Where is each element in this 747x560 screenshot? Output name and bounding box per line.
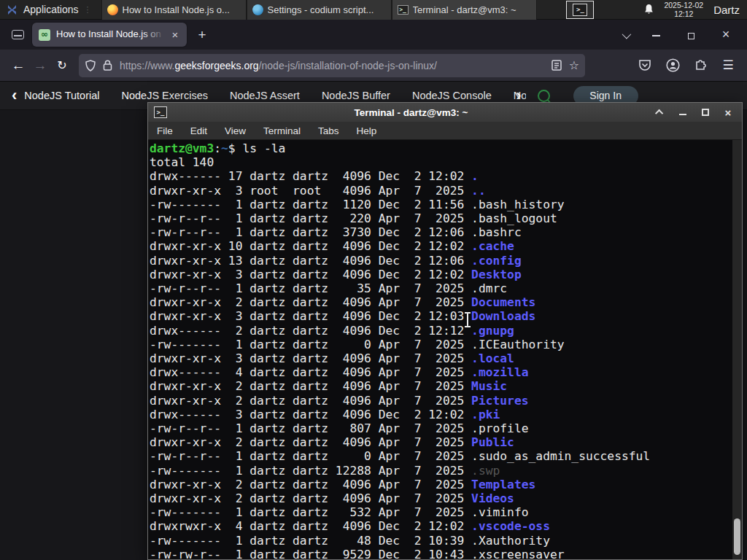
reader-view-icon[interactable]	[551, 60, 562, 71]
terminal-menu-view[interactable]: View	[216, 123, 255, 139]
site-nav-link[interactable]: NodeJS Tutorial	[24, 90, 99, 101]
panel-window-buttons: How to Install Node.js o...Settings - co…	[101, 0, 537, 20]
terminal-listing: drwx------ 17 dartz dartz 4096 Dec 2 12:…	[150, 169, 742, 559]
account-icon[interactable]	[664, 57, 681, 74]
terminal-title: Terminal - dartz@vm3: ~	[167, 107, 655, 118]
terminal-listing-row: drwxr-xr-x 3 dartz dartz 4096 Dec 2 12:0…	[150, 268, 742, 281]
terminal-listing-row: drwxr-xr-x 2 dartz dartz 4096 Apr 7 2025…	[150, 379, 742, 393]
new-tab-button[interactable]: +	[193, 26, 212, 44]
terminal-listing-row: drwxr-xr-x 2 dartz dartz 4096 Apr 7 2025…	[150, 478, 742, 491]
terminal-icon: >_	[573, 4, 587, 16]
firefox-view-icon	[12, 30, 24, 39]
xubuntu-logo-icon	[6, 4, 18, 16]
terminal-total-line: total 140	[150, 155, 742, 169]
tab-how-to-install-nodejs[interactable]: ∞ How to Install Node.js on ×	[32, 23, 187, 47]
vscodium-icon	[252, 4, 263, 15]
terminal-listing-row: drwxr-xr-x 3 dartz dartz 4096 Dec 2 12:0…	[150, 309, 742, 323]
maximize-icon	[702, 109, 709, 116]
clock-date: 2025-12-02	[664, 1, 703, 9]
window-button-label: Settings - codium script...	[268, 4, 374, 15]
terminal-listing-row: -rw-r--r-- 1 dartz dartz 35 Apr 7 2025 .…	[150, 281, 742, 295]
terminal-listing-row: drwxr-xr-x 10 dartz dartz 4096 Dec 2 12:…	[150, 239, 742, 253]
terminal-scrollbar-thumb[interactable]	[734, 518, 740, 555]
terminal-listing-row: drwxr-xr-x 2 dartz dartz 4096 Apr 7 2025…	[150, 435, 742, 449]
site-nav-link[interactable]: NodeJS Buffer	[322, 90, 390, 101]
panel-grip: ⋮	[84, 5, 93, 15]
site-nav-link[interactable]: NodeJS Console	[412, 90, 492, 101]
terminal-window: >_ Terminal - dartz@vm3: ~ × FileEditVie…	[147, 102, 743, 560]
terminal-listing-row: drwxr-xr-x 3 dartz dartz 4096 Apr 7 2025…	[150, 351, 742, 365]
panel-window-button[interactable]: Settings - codium script...	[247, 0, 392, 20]
url-text: https://www.geeksforgeeks.org/node-js/in…	[120, 60, 544, 71]
terminal-icon: >_	[154, 106, 167, 118]
chevron-down-icon	[622, 29, 632, 39]
terminal-shade-button[interactable]	[655, 107, 665, 117]
maximize-icon	[688, 33, 694, 39]
terminal-listing-row: -rw------- 1 dartz dartz 532 Apr 7 2025 …	[150, 505, 742, 519]
user-menu[interactable]: Dartz	[708, 4, 747, 16]
pocket-icon[interactable]	[636, 57, 654, 74]
firefox-view-button[interactable]	[7, 25, 28, 45]
terminal-close-button[interactable]: ×	[723, 107, 733, 117]
bookmark-star-icon[interactable]: ☆	[569, 58, 579, 72]
nav-scroll-left-icon[interactable]: ‹	[12, 88, 17, 103]
clock[interactable]: 2025-12-02 12:12	[659, 1, 708, 18]
terminal-listing-row: drwxr-xr-x 13 dartz dartz 4096 Dec 2 12:…	[150, 254, 742, 268]
reload-button[interactable]: ↻	[51, 55, 73, 77]
terminal-menu-file[interactable]: File	[148, 123, 182, 139]
terminal-listing-row: drwx------ 4 dartz dartz 4096 Apr 7 2025…	[150, 365, 742, 379]
terminal-listing-row: -rw-r--r-- 1 dartz dartz 0 Apr 7 2025 .s…	[150, 449, 742, 463]
terminal-scrollbar[interactable]	[732, 140, 742, 559]
panel-window-button[interactable]: >_Terminal - dartz@vm3: ~	[392, 0, 537, 20]
terminal-titlebar[interactable]: >_ Terminal - dartz@vm3: ~ ×	[148, 103, 742, 122]
window-close-button[interactable]: ×	[718, 27, 734, 42]
terminal-listing-row: -rw------- 1 dartz dartz 12288 Apr 7 202…	[150, 464, 742, 478]
terminal-listing-row: -rw-rw-r-- 1 dartz dartz 9529 Dec 2 10:4…	[150, 548, 742, 559]
desktop: Applications ⋮ How to Install Node.js o.…	[0, 0, 747, 560]
terminal-command: ls -la	[242, 141, 285, 155]
menu-hamburger-icon[interactable]: ☰	[719, 57, 737, 74]
tab-bar: ∞ How to Install Node.js on × + ×	[0, 20, 747, 50]
terminal-prompt-line: dartz@vm3:~$ ls -la	[150, 141, 742, 155]
nav-scroll-right-icon[interactable]: ›	[516, 88, 521, 103]
extensions-icon[interactable]	[692, 57, 709, 74]
terminal-listing-row: -rw------- 1 dartz dartz 48 Dec 2 10:39 …	[150, 534, 742, 548]
terminal-listing-row: -rw-r--r-- 1 dartz dartz 220 Apr 7 2025 …	[150, 211, 742, 225]
url-input[interactable]: https://www.geeksforgeeks.org/node-js/in…	[79, 54, 585, 77]
terminal-menu-terminal[interactable]: Terminal	[255, 123, 309, 139]
system-tray: >_ 2025-12-02 12:12 Dartz	[566, 0, 747, 20]
terminal-listing-row: -rw-r--r-- 1 dartz dartz 3730 Dec 2 12:0…	[150, 225, 742, 239]
terminal-menu-tabs[interactable]: Tabs	[309, 123, 348, 139]
tray-terminal-launcher[interactable]: >_	[566, 1, 594, 19]
applications-menu-button[interactable]: Applications ⋮	[0, 0, 101, 20]
lock-icon[interactable]	[103, 60, 112, 71]
forward-button[interactable]: →	[29, 55, 51, 77]
terminal-output[interactable]: dartz@vm3:~$ ls -la total 140 drwx------…	[148, 140, 742, 559]
terminal-listing-row: drwxrwxr-x 4 dartz dartz 4096 Dec 2 12:0…	[150, 519, 742, 533]
geeksforgeeks-favicon-icon: ∞	[39, 29, 50, 41]
xfce-panel: Applications ⋮ How to Install Node.js o.…	[0, 0, 747, 20]
site-nav-link[interactable]: NodeJS Exercises	[122, 90, 208, 101]
terminal-listing-row: drwxr-xr-x 2 dartz dartz 4096 Apr 7 2025…	[150, 491, 742, 505]
back-button[interactable]: ←	[7, 55, 29, 77]
terminal-menu-help[interactable]: Help	[348, 123, 386, 139]
site-nav-link[interactable]: NodeJS Assert	[230, 90, 300, 101]
clock-time: 12:12	[664, 9, 703, 18]
terminal-listing-row: -rw-r--r-- 1 dartz dartz 807 Apr 7 2025 …	[150, 421, 742, 435]
minimize-icon	[679, 114, 686, 115]
window-minimize-button[interactable]	[648, 28, 664, 41]
chevron-up-icon	[655, 109, 663, 117]
terminal-maximize-button[interactable]	[700, 107, 711, 117]
list-all-tabs-button[interactable]	[622, 28, 629, 42]
tab-close-icon[interactable]: ×	[168, 28, 182, 42]
window-maximize-button[interactable]	[683, 28, 699, 41]
navigation-toolbar: ← → ↻ https://www.geeksforgeeks.org/node…	[0, 50, 747, 82]
search-icon[interactable]	[538, 90, 550, 102]
notification-bell-icon[interactable]	[638, 0, 659, 20]
panel-window-button[interactable]: How to Install Node.js o...	[101, 0, 247, 20]
terminal-icon: >_	[398, 5, 409, 15]
terminal-listing-row: drwxr-xr-x 3 root root 4096 Apr 7 2025 .…	[150, 184, 742, 198]
shield-icon[interactable]	[85, 60, 96, 71]
terminal-minimize-button[interactable]	[678, 107, 688, 117]
terminal-menu-edit[interactable]: Edit	[182, 123, 216, 139]
